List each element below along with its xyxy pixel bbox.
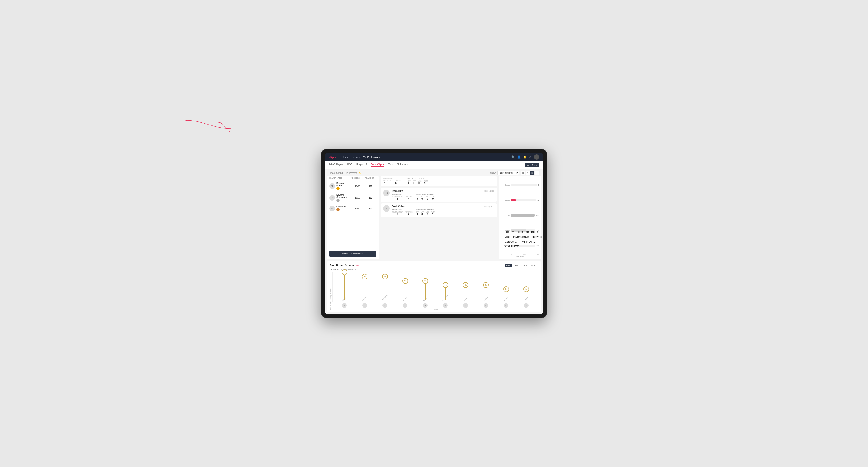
player-cards-panel: Total Rounds Tournament7 Practice6 Total… [381, 176, 497, 259]
practice-activities-label: Total Practice Activities [416, 193, 435, 195]
arg-value: 0 [427, 197, 428, 200]
card-date: 02 Sep 2023 [484, 190, 494, 192]
streak-bubble: 6x [362, 274, 368, 280]
streak-col: 5x R. Britt [415, 272, 435, 302]
streak-bubble: 4x [463, 282, 468, 288]
streak-chart: Best Streak, Fairway Accuracy [330, 272, 538, 310]
search-icon[interactable]: 🔍 [512, 155, 515, 159]
player-avatar-streak: M [484, 303, 488, 308]
player-name-label: D. Billingham [381, 294, 388, 302]
player-avatar-streak: D [382, 303, 387, 308]
streak-bubble: 4x [483, 282, 489, 288]
player-avatar-streak: R [423, 303, 428, 308]
ott-value: 0 [416, 197, 418, 200]
add-team-button[interactable]: Add Team [525, 163, 539, 167]
streak-bubble: 6x [382, 274, 388, 280]
user-icon[interactable]: 👤 [517, 155, 521, 159]
team-header: Team Clippd | 14 Players ✏️ Show Last 3 … [325, 169, 543, 176]
streak-col: 5x J. Coles [395, 272, 415, 302]
streak-line [344, 272, 345, 300]
practice-activities-label: Total Practice Activities [416, 209, 435, 211]
pb-avg: 107 [365, 197, 376, 199]
view-leaderboard-button[interactable]: View Full Leaderboard [329, 251, 376, 257]
player-list-header: PLAYER NAME PB SCORE PB AVG SQ [327, 176, 379, 180]
rounds-label: Total Rounds [392, 209, 412, 211]
edit-icon[interactable]: ✏️ [358, 172, 361, 174]
pb-avg: 103 [365, 207, 376, 210]
arg-value: 0 [427, 213, 428, 216]
bar-label: Pars [500, 214, 510, 216]
card-date: 26 Aug 2023 [484, 206, 494, 208]
bar-row-eagles: Eagles 3 [500, 184, 539, 186]
grid-view-icon[interactable]: ⊞ [521, 171, 525, 175]
nav-teams[interactable]: Teams [352, 155, 360, 159]
annotation-box: Here you can see streaks your players ha… [505, 229, 552, 249]
period-select[interactable]: Last 3 months [497, 171, 519, 175]
bell-icon[interactable]: 🔔 [523, 155, 527, 159]
putt-value: 1 [432, 213, 434, 216]
x-axis-label: Players [332, 308, 538, 310]
player-avatar-streak: J [403, 303, 407, 308]
streak-col: 7x E. Ebert [335, 272, 355, 302]
nav-links: Home Teams My Performance [342, 155, 512, 159]
nav-my-performance[interactable]: My Performance [363, 155, 382, 159]
card-view-icon[interactable]: ▤ [530, 171, 534, 175]
filter-app[interactable]: APP [513, 264, 520, 267]
table-view-icon[interactable]: ↕ [535, 171, 539, 175]
card-player-name: Rees Britt [392, 190, 403, 192]
list-view-icon[interactable]: ≡ [526, 171, 530, 175]
player-avatar-streak: C [524, 303, 529, 308]
tab-all-players[interactable]: All Players [397, 163, 408, 167]
pb-score: 18/20 [350, 197, 365, 199]
bar-fill [511, 184, 511, 186]
streak-bubble: 5x [402, 278, 408, 284]
player-name-label: R. Britt [423, 298, 427, 302]
nav-home[interactable]: Home [342, 155, 349, 159]
main-nav: clippd Home Teams My Performance 🔍 👤 🔔 ⚙… [325, 153, 543, 161]
pb-score: 17/20 [350, 207, 365, 210]
practice-rounds: 4 [408, 197, 409, 200]
y-axis-label: Best Streak, Fairway Accuracy [330, 272, 331, 310]
player-avatar-streak: B [362, 303, 367, 308]
bars-container: 7x E. Ebert 6x B. McHerg 6x D. Billingha… [332, 272, 538, 302]
rank-badge-silver: 2 [336, 198, 340, 202]
player-name-label: E. Crossman [441, 294, 448, 302]
app-value: 0 [422, 213, 423, 216]
bar-value: 499 [536, 214, 539, 216]
streak-col: 6x B. McHerg [355, 272, 375, 302]
player-row[interactable]: C Cameron... 3 17/20 103 [327, 204, 379, 213]
tab-tour[interactable]: Tour [388, 163, 393, 167]
streak-columns: 7x E. Ebert 6x B. McHerg 6x D. Billingha… [335, 272, 536, 302]
player-avatar-streak: B [463, 303, 468, 308]
bar-row-pars: Pars 499 [500, 214, 539, 217]
card-player-name: Josh Coles [392, 205, 404, 208]
user-avatar[interactable]: U [534, 154, 539, 160]
app-value: 0 [422, 197, 423, 200]
player-row[interactable]: RB Richard Butler 1 19/20 110 [327, 180, 379, 192]
team-title: Team Clippd | 14 Players [329, 172, 357, 174]
player-row[interactable]: EC Edward Crossman 2 18/20 107 [327, 192, 379, 204]
streak-bubble: 7x [342, 269, 347, 275]
tab-hcaps[interactable]: Hcaps 1-5 [356, 163, 367, 167]
player-card-josh: JC Josh Coles 26 Aug 2023 Total Rounds [381, 203, 497, 217]
pb-score: 19/20 [350, 185, 365, 187]
player-name: Cameron... [336, 206, 347, 208]
filter-putt[interactable]: PUTT [530, 264, 538, 267]
bar-track [511, 199, 536, 201]
player-avatar-streak: E [443, 303, 448, 308]
player-name: Edward Crossman [336, 194, 350, 198]
app-logo: clippd [329, 155, 337, 159]
tab-pgat-players[interactable]: PGAT Players [329, 163, 343, 167]
team-controls: Show Last 3 months ⊞ ≡ ▤ ↕ [490, 171, 539, 175]
col-pb-score: PB SCORE [350, 177, 365, 179]
player-info: RB Richard Butler 1 [329, 182, 350, 190]
bar-label: Birdies [500, 199, 510, 201]
practice-rounds: 2 [408, 213, 409, 216]
tab-pga[interactable]: PGA [347, 163, 352, 167]
filter-arg[interactable]: ARG [521, 264, 529, 267]
filter-ott[interactable]: OTT [504, 264, 512, 267]
tab-team-clippd[interactable]: Team Clippd [371, 163, 384, 167]
avatar: EC [329, 195, 335, 201]
bar-track [511, 184, 536, 186]
settings-icon[interactable]: ⚙ [529, 155, 532, 159]
